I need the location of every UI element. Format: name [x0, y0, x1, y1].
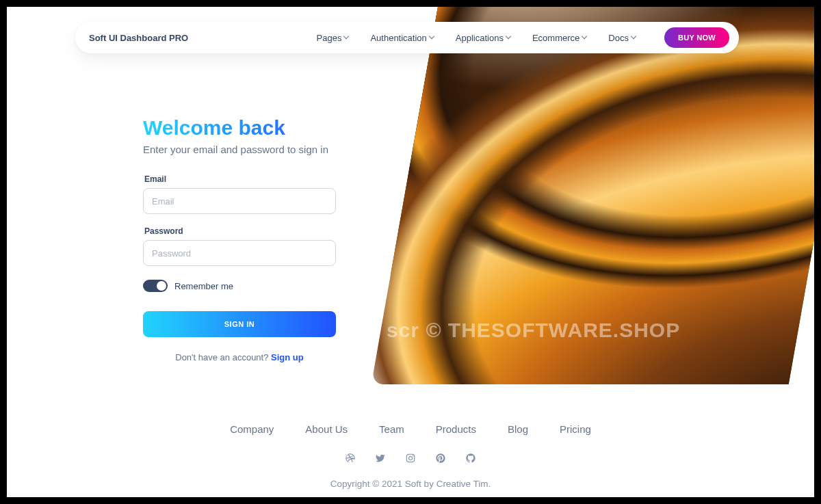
- sign-up-link[interactable]: Sign up: [271, 352, 304, 362]
- footer-icons: [7, 453, 814, 464]
- nav-link-label: Docs: [608, 33, 629, 43]
- copyright: Copyright © 2021 Soft by Creative Tim.: [7, 479, 814, 489]
- remember-me-row: Remember me: [143, 280, 336, 292]
- nav-link-docs[interactable]: Docs: [608, 33, 637, 43]
- footer-links: Company About Us Team Products Blog Pric…: [7, 423, 814, 435]
- instagram-icon[interactable]: [405, 453, 416, 464]
- chevron-down-icon: [344, 34, 350, 40]
- sign-in-button[interactable]: SIGN IN: [143, 311, 336, 337]
- signup-row: Don't have an account? Sign up: [143, 352, 336, 362]
- chevron-down-icon: [430, 34, 435, 40]
- brand[interactable]: Soft UI Dashboard PRO: [89, 33, 188, 43]
- chevron-down-icon: [506, 34, 512, 40]
- dribbble-icon[interactable]: [345, 453, 356, 464]
- twitter-icon[interactable]: [375, 453, 386, 464]
- footer-link-company[interactable]: Company: [230, 423, 274, 435]
- password-input[interactable]: [143, 240, 336, 266]
- footer-link-team[interactable]: Team: [379, 423, 404, 435]
- pinterest-icon[interactable]: [435, 453, 446, 464]
- remember-me-toggle[interactable]: [143, 280, 168, 292]
- footer-link-products[interactable]: Products: [436, 423, 476, 435]
- nav-link-label: Applications: [456, 33, 504, 43]
- navbar: Soft UI Dashboard PRO Pages Authenticati…: [75, 22, 739, 53]
- password-label: Password: [144, 226, 336, 236]
- page-subtitle: Enter your email and password to sign in: [143, 144, 336, 155]
- page-title: Welcome back: [143, 116, 336, 140]
- nav-link-applications[interactable]: Applications: [456, 33, 512, 43]
- nav-link-label: Pages: [317, 33, 342, 43]
- nav-link-label: Ecommerce: [532, 33, 579, 43]
- nav-link-ecommerce[interactable]: Ecommerce: [532, 33, 588, 43]
- remember-me-label: Remember me: [174, 281, 233, 291]
- hero-art: [372, 7, 814, 384]
- nav-links: Pages Authentication Applications Ecomme…: [317, 33, 637, 43]
- nav-link-authentication[interactable]: Authentication: [370, 33, 434, 43]
- footer-link-pricing[interactable]: Pricing: [560, 423, 591, 435]
- chevron-down-icon: [582, 34, 588, 40]
- email-input[interactable]: [143, 188, 336, 214]
- signin-card: Welcome back Enter your email and passwo…: [143, 116, 336, 362]
- github-icon[interactable]: [465, 453, 476, 464]
- footer: Company About Us Team Products Blog Pric…: [7, 423, 814, 489]
- buy-now-button[interactable]: BUY NOW: [664, 27, 729, 48]
- nav-link-label: Authentication: [370, 33, 426, 43]
- footer-link-blog[interactable]: Blog: [508, 423, 528, 435]
- no-account-text: Don't have an account?: [175, 352, 271, 362]
- chevron-down-icon: [631, 34, 637, 40]
- footer-link-about[interactable]: About Us: [305, 423, 348, 435]
- nav-link-pages[interactable]: Pages: [317, 33, 350, 43]
- email-label: Email: [144, 174, 336, 184]
